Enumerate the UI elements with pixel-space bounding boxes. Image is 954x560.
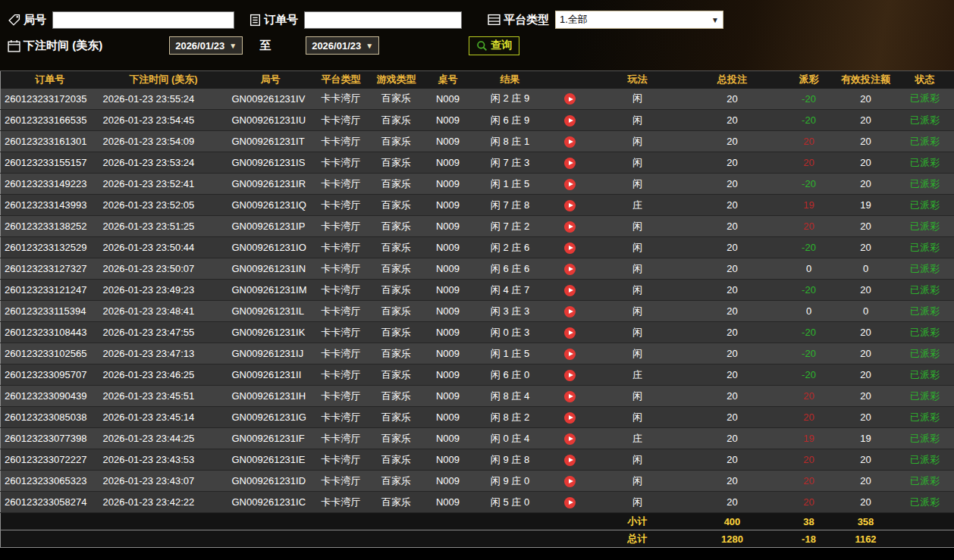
table-no-cell: N009	[424, 322, 472, 343]
valid-bet-cell: 19	[836, 428, 896, 449]
header-payout: 派彩	[782, 71, 836, 89]
game-type-cell: 百家乐	[369, 364, 424, 386]
total-bet-cell: 20	[683, 407, 782, 428]
order-id-cell: 260123233132529	[1, 237, 99, 258]
game-type-cell: 百家乐	[369, 280, 424, 301]
table-no-cell: N009	[424, 258, 472, 280]
bet-time-cell: 2026-01-23 23:50:07	[99, 258, 228, 280]
round-id-cell: GN009261231IG	[228, 407, 313, 428]
valid-bet-cell: 20	[836, 492, 896, 513]
game-type-cell: 百家乐	[369, 322, 424, 343]
payout-cell: 19	[782, 195, 836, 216]
replay-play-icon[interactable]	[564, 306, 576, 318]
replay-play-icon[interactable]	[564, 179, 576, 190]
replay-play-icon[interactable]	[564, 221, 576, 233]
bet-time-filter-label: 下注时间 (美东)	[24, 39, 102, 53]
grand-total-spacer	[1, 530, 592, 548]
date-from-picker[interactable]: 2026/01/23 ▼	[169, 36, 243, 55]
table-footer: 小计 400 38 358 总计 1280 -18 1162	[1, 513, 954, 548]
play-type-cell: 闲	[592, 471, 683, 492]
to-label: 至	[259, 39, 271, 53]
payout-cell: -20	[782, 89, 836, 110]
replay-cell	[548, 407, 592, 428]
platform-cell: 卡卡湾厅	[313, 237, 369, 258]
table-body: 2601232331720352026-01-23 23:55:24GN0092…	[1, 89, 954, 513]
replay-play-icon[interactable]	[564, 200, 576, 211]
replay-play-icon[interactable]	[564, 327, 576, 339]
result-cell: 闲 6 庄 9	[472, 110, 548, 131]
round-input[interactable]	[52, 11, 234, 29]
replay-play-icon[interactable]	[564, 242, 576, 254]
replay-cell	[548, 280, 592, 301]
platform-cell: 卡卡湾厅	[313, 131, 369, 152]
table-no-cell: N009	[424, 407, 472, 428]
status-cell: 已派彩	[896, 471, 954, 492]
valid-bet-cell: 20	[836, 449, 896, 471]
payout-cell: -20	[782, 110, 836, 131]
payout-cell: 0	[782, 258, 836, 280]
order-input[interactable]	[304, 11, 462, 29]
table-row: 2601232331025652026-01-23 23:47:13GN0092…	[1, 343, 954, 364]
replay-play-icon[interactable]	[564, 136, 576, 148]
total-bet-cell: 20	[683, 343, 782, 364]
total-bet-cell: 20	[683, 492, 782, 513]
order-id-cell: 260123233121247	[1, 280, 99, 301]
replay-play-icon[interactable]	[564, 391, 576, 402]
replay-cell	[548, 449, 592, 471]
round-id-cell: GN009261231IS	[228, 152, 313, 174]
replay-play-icon[interactable]	[564, 349, 576, 360]
replay-play-icon[interactable]	[564, 433, 576, 445]
payout-cell: 20	[782, 407, 836, 428]
subtotal-row: 小计 400 38 358	[1, 513, 954, 530]
round-id-cell: GN009261231IL	[228, 301, 313, 322]
replay-play-icon[interactable]	[564, 476, 576, 487]
replay-play-icon[interactable]	[564, 264, 576, 275]
platform-cell: 卡卡湾厅	[313, 258, 369, 280]
result-cell: 闲 8 庄 4	[472, 386, 548, 407]
table-no-cell: N009	[424, 449, 472, 471]
replay-play-icon[interactable]	[564, 93, 576, 105]
header-platform: 平台类型	[313, 71, 369, 89]
status-cell: 已派彩	[896, 322, 954, 343]
order-filter-label: 订单号	[264, 13, 298, 27]
replay-play-icon[interactable]	[564, 412, 576, 424]
table-row: 2601232331153942026-01-23 23:48:41GN0092…	[1, 301, 954, 322]
replay-play-icon[interactable]	[564, 285, 576, 296]
valid-bet-cell: 20	[836, 152, 896, 174]
payout-cell: 20	[782, 216, 836, 237]
bet-time-cell: 2026-01-23 23:45:14	[99, 407, 228, 428]
date-to-picker[interactable]: 2026/01/23 ▼	[306, 36, 379, 55]
play-type-cell: 庄	[592, 364, 683, 386]
play-type-cell: 闲	[592, 280, 683, 301]
replay-play-icon[interactable]	[564, 455, 576, 466]
status-cell: 已派彩	[896, 258, 954, 280]
replay-play-icon[interactable]	[564, 158, 576, 169]
payout-cell: 20	[782, 386, 836, 407]
header-round-id: 局号	[228, 71, 313, 89]
round-id-cell: GN009261231IV	[228, 89, 313, 110]
valid-bet-cell: 0	[836, 258, 896, 280]
valid-bet-cell: 20	[836, 471, 896, 492]
replay-play-icon[interactable]	[564, 370, 576, 381]
platform-cell: 卡卡湾厅	[313, 471, 369, 492]
table-no-cell: N009	[424, 428, 472, 449]
play-type-cell: 闲	[592, 322, 683, 343]
round-id-cell: GN009261231IT	[228, 131, 313, 152]
replay-play-icon[interactable]	[564, 497, 576, 508]
platform-cell: 卡卡湾厅	[313, 407, 369, 428]
header-total-bet: 总投注	[683, 71, 782, 89]
payout-cell: 20	[782, 152, 836, 174]
total-bet-cell: 20	[683, 258, 782, 280]
list-icon	[488, 14, 501, 26]
result-cell: 闲 1 庄 5	[472, 343, 548, 364]
platform-cell: 卡卡湾厅	[313, 301, 369, 322]
payout-cell: -20	[782, 364, 836, 386]
bet-time-cell: 2026-01-23 23:47:55	[99, 322, 228, 343]
replay-play-icon[interactable]	[564, 115, 576, 127]
query-button[interactable]: 查询	[469, 36, 519, 55]
payout-cell: -20	[782, 280, 836, 301]
platform-select[interactable]: 1.全部 ▼	[555, 11, 723, 29]
order-id-cell: 260123233102565	[1, 343, 99, 364]
result-cell: 闲 6 庄 6	[472, 258, 548, 280]
table-row: 2601232331439932026-01-23 23:52:05GN0092…	[1, 195, 954, 216]
